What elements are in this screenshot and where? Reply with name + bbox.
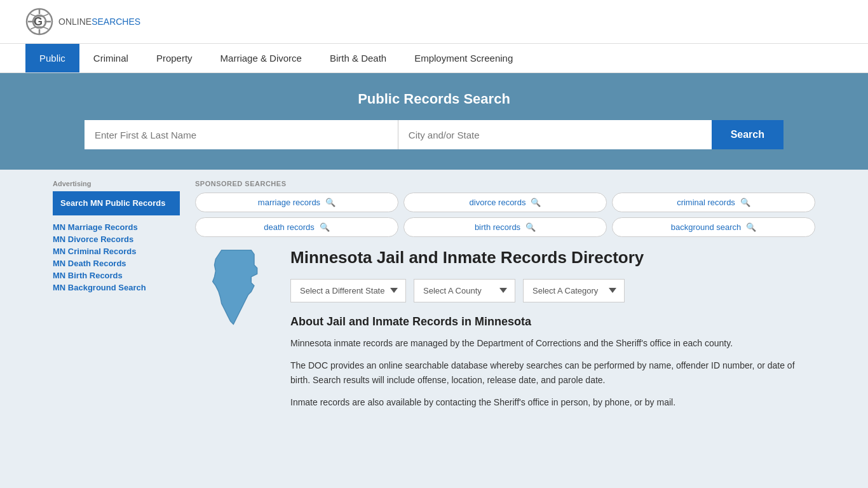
search-bar: Search [85,120,783,149]
sidebar-links: MN Marriage Records MN Divorce Records M… [53,222,180,292]
svg-text:G: G [34,15,43,28]
about-section: About Jail and Inmate Records in Minneso… [290,315,815,410]
sidebar-ad-label: Advertising [53,180,180,187]
sidebar: Advertising Search MN Public Records MN … [53,180,180,430]
directory-right: Minnesota Jail and Inmate Records Direct… [290,247,815,417]
nav-item-criminal[interactable]: Criminal [79,44,142,72]
logo-text: ONLINESEARCHES [58,17,140,27]
nav-item-employment[interactable]: Employment Screening [400,44,527,72]
sidebar-link-marriage[interactable]: MN Marriage Records [53,222,180,232]
sidebar-link-criminal[interactable]: MN Criminal Records [53,246,180,256]
sponsored-tag-birth[interactable]: birth records 🔍 [403,217,607,237]
hero-title: Public Records Search [25,91,843,107]
search-icon: 🔍 [325,198,336,207]
category-dropdown[interactable]: Select A Category [523,279,625,302]
nav-item-public[interactable]: Public [25,44,79,72]
directory-section: Minnesota Jail and Inmate Records Direct… [195,247,815,417]
sponsored-grid: marriage records 🔍 divorce records 🔍 cri… [195,193,815,237]
about-para-1: Minnesota inmate records are managed by … [290,336,815,351]
state-dropdown[interactable]: Select a Different State [290,279,406,302]
sponsored-tag-criminal[interactable]: criminal records 🔍 [612,193,815,212]
sidebar-link-background[interactable]: MN Background Search [53,282,180,292]
sidebar-link-death[interactable]: MN Death Records [53,258,180,268]
about-para-3: Inmate records are also available by con… [290,395,815,410]
sponsored-tag-death[interactable]: death records 🔍 [195,217,398,237]
minnesota-map-svg [195,247,278,336]
search-icon: 🔍 [746,222,756,232]
sidebar-link-birth[interactable]: MN Birth Records [53,270,180,280]
about-heading: About Jail and Inmate Records in Minneso… [290,315,815,329]
dropdowns-container: Select a Different State Select A County… [290,279,815,302]
sidebar-link-divorce[interactable]: MN Divorce Records [53,234,180,244]
search-icon: 🔍 [531,198,541,207]
search-icon: 🔍 [740,198,750,207]
search-icon: 🔍 [526,222,536,232]
logo-icon: G [25,8,53,36]
name-input[interactable] [85,120,398,149]
logo: G ONLINESEARCHES [25,8,140,36]
sidebar-search-button[interactable]: Search MN Public Records [53,191,180,215]
about-para-2: The DOC provides an online searchable da… [290,358,815,388]
state-map [195,247,278,338]
hero-section: Public Records Search Search [0,73,868,170]
search-button[interactable]: Search [712,120,783,149]
main-container: Advertising Search MN Public Records MN … [40,170,828,440]
sponsored-label: SPONSORED SEARCHES [195,180,815,187]
search-icon: 🔍 [320,222,330,232]
nav-item-marriage-divorce[interactable]: Marriage & Divorce [207,44,316,72]
county-dropdown[interactable]: Select A County [414,279,515,302]
site-header: G ONLINESEARCHES [0,0,868,44]
directory-title: Minnesota Jail and Inmate Records Direct… [290,247,815,269]
content-area: SPONSORED SEARCHES marriage records 🔍 di… [195,180,815,430]
nav-item-property[interactable]: Property [142,44,207,72]
location-input[interactable] [398,120,712,149]
sponsored-tag-divorce[interactable]: divorce records 🔍 [403,193,607,212]
nav-item-birth-death[interactable]: Birth & Death [316,44,400,72]
sponsored-tag-marriage[interactable]: marriage records 🔍 [195,193,398,212]
sponsored-tag-background[interactable]: background search 🔍 [612,217,815,237]
main-nav: Public Criminal Property Marriage & Divo… [0,44,868,73]
sponsored-section: SPONSORED SEARCHES marriage records 🔍 di… [195,180,815,237]
